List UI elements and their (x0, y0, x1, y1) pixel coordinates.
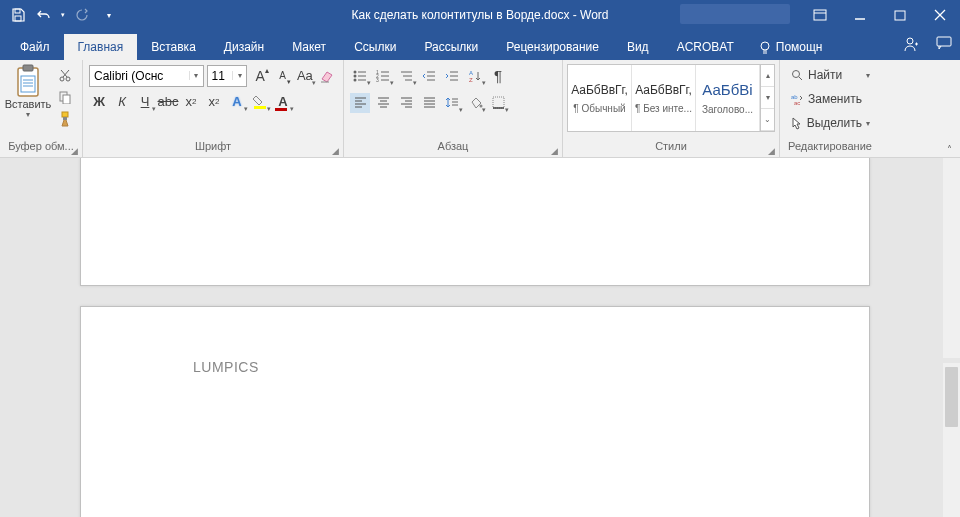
comments-button[interactable] (936, 36, 952, 55)
maximize-button[interactable] (880, 0, 920, 30)
svg-point-31 (354, 70, 357, 73)
select-button[interactable]: Выделить▾ (786, 112, 874, 134)
sort-button[interactable]: AZ (465, 66, 485, 86)
tab-layout[interactable]: Макет (278, 34, 340, 60)
tab-file[interactable]: Файл (6, 34, 64, 60)
svg-rect-17 (21, 76, 35, 92)
qat-customize[interactable]: ▾ (96, 3, 120, 27)
collapse-ribbon-button[interactable]: ˄ (942, 144, 956, 155)
gallery-scroll-up[interactable]: ▴ (761, 65, 774, 87)
gallery-scroll-down[interactable]: ▾ (761, 87, 774, 109)
tell-me[interactable]: Помощн (748, 34, 833, 60)
clear-formatting-button[interactable] (318, 66, 337, 86)
tab-acrobat[interactable]: ACROBAT (663, 34, 748, 60)
scrollbar-thumb[interactable] (945, 367, 958, 427)
font-color-button[interactable]: A (273, 92, 293, 112)
group-font-label: Шрифт◢ (83, 140, 343, 158)
close-button[interactable] (920, 0, 960, 30)
shrink-font-button[interactable]: A▾ (273, 66, 292, 86)
svg-rect-27 (62, 112, 68, 117)
find-button[interactable]: Найти▾ (786, 64, 874, 86)
align-left-button[interactable] (350, 93, 370, 113)
multilevel-list-button[interactable] (396, 66, 416, 86)
change-case-button[interactable]: Aa (295, 66, 314, 86)
italic-button[interactable]: К (112, 92, 132, 112)
tab-references[interactable]: Ссылки (340, 34, 410, 60)
highlighter-icon (252, 94, 268, 110)
line-spacing-button[interactable] (442, 93, 462, 113)
svg-point-11 (907, 38, 913, 44)
svg-point-22 (66, 77, 70, 81)
gallery-more-button[interactable]: ⌄ (761, 109, 774, 131)
align-center-button[interactable] (373, 93, 393, 113)
clipboard-launcher[interactable]: ◢ (69, 146, 79, 156)
borders-icon (492, 96, 505, 109)
svg-rect-74 (493, 97, 504, 108)
superscript-button[interactable]: x2 (204, 92, 224, 112)
copy-button[interactable] (56, 88, 74, 106)
svg-point-8 (761, 42, 769, 50)
paragraph-launcher[interactable]: ◢ (549, 146, 559, 156)
minimize-button[interactable] (840, 0, 880, 30)
highlight-button[interactable] (250, 92, 270, 112)
underline-button[interactable]: Ч (135, 92, 155, 112)
font-name-combo[interactable]: Calibri (Оснс▾ (89, 65, 204, 87)
styles-gallery-scrollbar: ▴ ▾ ⌄ (760, 65, 774, 131)
group-styles: АаБбВвГг,¶ Обычный АаБбВвГг,¶ Без инте..… (563, 60, 780, 158)
page-previous-bottom[interactable] (80, 158, 870, 286)
tab-insert[interactable]: Вставка (137, 34, 210, 60)
bold-button[interactable]: Ж (89, 92, 109, 112)
page-header-text[interactable]: LUMPICS (193, 359, 259, 375)
tell-me-label: Помощн (776, 40, 823, 54)
cursor-icon (790, 117, 803, 130)
grow-font-button[interactable]: A▴ (250, 66, 269, 86)
tab-review[interactable]: Рецензирование (492, 34, 613, 60)
page-current[interactable]: LUMPICS (80, 306, 870, 517)
tab-view[interactable]: Вид (613, 34, 663, 60)
vertical-scrollbar-lower[interactable] (943, 363, 960, 517)
group-clipboard: Вставить ▾ Буфер обм...◢ (0, 60, 83, 158)
shading-button[interactable] (465, 93, 485, 113)
save-button[interactable] (6, 3, 30, 27)
increase-indent-button[interactable] (442, 66, 462, 86)
format-painter-button[interactable] (56, 110, 74, 128)
cut-button[interactable] (56, 66, 74, 84)
subscript-button[interactable]: x2 (181, 92, 201, 112)
bullets-button[interactable] (350, 66, 370, 86)
align-right-button[interactable] (396, 93, 416, 113)
style-no-spacing[interactable]: АаБбВвГг,¶ Без инте... (632, 65, 696, 131)
paste-button[interactable]: Вставить ▾ (6, 64, 50, 140)
sort-icon: AZ (468, 69, 482, 83)
justify-button[interactable] (419, 93, 439, 113)
show-marks-button[interactable]: ¶ (488, 66, 508, 86)
replace-button[interactable]: abacЗаменить (786, 88, 874, 110)
styles-launcher[interactable]: ◢ (766, 146, 776, 156)
tab-mailings[interactable]: Рассылки (410, 34, 492, 60)
borders-button[interactable] (488, 93, 508, 113)
group-paragraph-label: Абзац◢ (344, 140, 562, 158)
strikethrough-button[interactable]: abc (158, 92, 178, 112)
tab-design[interactable]: Дизайн (210, 34, 278, 60)
svg-rect-5 (895, 11, 905, 20)
bullets-icon (353, 70, 367, 82)
tab-home[interactable]: Главная (64, 34, 138, 60)
replace-icon: abac (790, 93, 804, 105)
share-button[interactable] (902, 36, 918, 55)
styles-gallery: АаБбВвГг,¶ Обычный АаБбВвГг,¶ Без инте..… (567, 64, 775, 132)
svg-point-76 (793, 71, 800, 78)
style-normal[interactable]: АаБбВвГг,¶ Обычный (568, 65, 632, 131)
decrease-indent-button[interactable] (419, 66, 439, 86)
numbering-button[interactable]: 123 (373, 66, 393, 86)
undo-dropdown[interactable]: ▾ (58, 3, 68, 27)
paste-label: Вставить (5, 98, 52, 110)
ribbon-display-options[interactable] (800, 0, 840, 30)
undo-button[interactable] (32, 3, 56, 27)
user-account-area[interactable] (680, 4, 790, 24)
style-heading1[interactable]: АаБбВіЗаголово... (696, 65, 760, 131)
vertical-scrollbar-upper[interactable] (943, 158, 960, 358)
font-launcher[interactable]: ◢ (330, 146, 340, 156)
text-effects-button[interactable]: A (227, 92, 247, 112)
font-size-combo[interactable]: 11▾ (207, 65, 248, 87)
lightbulb-icon (758, 40, 772, 54)
redo-button[interactable] (70, 3, 94, 27)
